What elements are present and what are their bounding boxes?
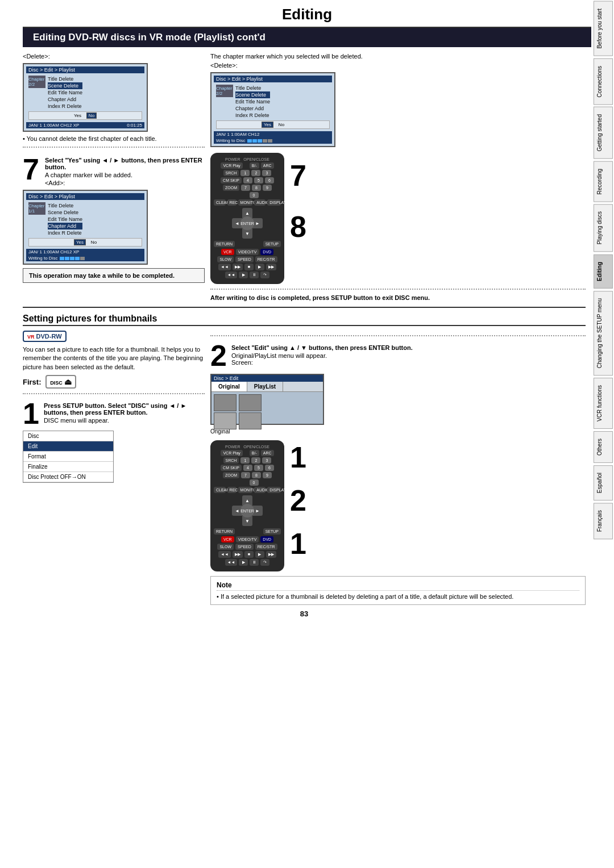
remote2-play-btn: ▶ <box>255 551 264 558</box>
dotted-sep-3 <box>23 393 205 394</box>
screen2-menu-0: Title Delete <box>48 202 82 209</box>
note-text: • If a selected picture for a thumbnail … <box>217 593 579 600</box>
remote2-srch-btn: SRCH <box>223 457 239 464</box>
screen-mockup-2: Disc > Edit > Playlist Chapter 1/1 Title… <box>23 190 148 265</box>
remote-rec-stop-btn: REC/STR <box>255 256 277 262</box>
section-header: Editing DVD-RW discs in VR mode (Playlis… <box>23 28 591 47</box>
dotted-sep-1 <box>23 147 205 148</box>
remote2-fwd3-btn: ↷ <box>260 559 269 566</box>
remote-4-btn: 4 <box>243 177 252 183</box>
tip-box-1: This operation may take a while to be co… <box>23 268 205 283</box>
remote-dpad: ▲ ▼ ◄ ► ENTER <box>232 208 263 239</box>
remote-speed-btn: SPEED <box>235 256 254 262</box>
sidebar-tab-getting-started[interactable]: Getting started <box>594 107 613 159</box>
remote2-audio-btn: AUDIO <box>254 487 265 493</box>
dvdrw-logo: VR DVD-RW <box>23 331 67 342</box>
remote-play2-btn: ▶ <box>239 272 248 278</box>
step8-number: 8 <box>290 210 306 244</box>
remote2-3-btn: 3 <box>262 457 271 464</box>
remote-monitor-btn: MONITOR <box>238 199 253 206</box>
remote-clear-btn: CLEAR <box>214 199 226 206</box>
sidebar-tab-others[interactable]: Others <box>594 431 613 463</box>
screen1-menu-item-0: Title Delete <box>48 76 82 82</box>
remote2-recstr-btn: REC/STR <box>255 544 277 550</box>
step2-sub: Original/PlayList menu will appear. Scre… <box>231 352 413 366</box>
disc-menu: Disc Edit Format Finalize Disc Protect O… <box>23 431 114 483</box>
remote-display-btn: DISPLAY <box>267 199 281 206</box>
remote2-clear-btn: CLEAR <box>214 487 226 493</box>
remote-rew2-btn: ◄◄ <box>225 272 238 278</box>
screen2-chapter: Chapter 1/1 <box>28 203 45 214</box>
screen3-header: Disc > Edit > Playlist <box>214 76 332 82</box>
sidebar-tab-espanol[interactable]: Español <box>594 465 613 500</box>
remote2-rew2-btn: ◄◄ <box>225 559 238 566</box>
add-label: <Add>: <box>45 180 205 186</box>
screen1-menu-item-1: Scene Delete <box>48 82 82 89</box>
screen3-menu-1: Scene Delete <box>235 91 270 98</box>
remote2-dpad: ▲ ▼ ◄ ► ENTER <box>232 495 263 526</box>
remote-fwd-btn: ▶▶ <box>233 264 243 270</box>
remote2-9-btn: 9 <box>263 472 272 478</box>
screen-mockup-1: Disc > Edit > Playlist Chapter 2/2 Title… <box>23 63 148 132</box>
remote2-dpad-enter: ENTER <box>240 504 254 518</box>
remote2-arc-btn: ARC <box>261 450 274 456</box>
remote-pause-btn: ⏸ <box>250 272 259 278</box>
screen2-menu-1: Scene Delete <box>48 209 82 216</box>
remote-5-btn: 5 <box>254 177 263 183</box>
delete-label-top: <Delete>: <box>23 53 205 60</box>
remote-8-btn: 8 <box>252 185 261 191</box>
remote-rec-btn: REC <box>227 199 237 206</box>
dpad-enter: ENTER <box>240 216 254 230</box>
screen1-menu-item-4: Index R Delete <box>48 103 82 110</box>
disc-menu-item-finalize: Finalize <box>23 462 113 472</box>
sidebar-tab-vcr-functions[interactable]: VCR functions <box>594 378 613 429</box>
screen1-header: Disc > Edit > Playlist <box>26 66 144 73</box>
orig-playlist-screen: Disc > Edit Original PlayList <box>210 374 324 425</box>
remote-1-btn: 1 <box>240 170 250 176</box>
remote-audio-btn: AUDIO <box>254 199 265 206</box>
remote2-5-btn: 5 <box>254 465 263 471</box>
remote-cm-skip-btn: CM SKIP <box>221 177 242 183</box>
op-thumb-2 <box>214 412 237 429</box>
op-tab-original: Original <box>211 382 247 391</box>
step1-title: Press SETUP button. Select "DISC" using … <box>44 402 205 416</box>
page-number: 83 <box>23 610 586 618</box>
remote2-vcr-mode-btn: VCR <box>221 536 234 542</box>
op-header: Disc > Edit <box>211 375 323 382</box>
screen1-dialog-no: No <box>86 112 97 119</box>
dotted-sep-4 <box>210 335 586 336</box>
remote2-2-btn: 2 <box>251 457 260 464</box>
screen1-menu-item-3: Chapter Add <box>48 96 82 103</box>
disc-menu-item-format: Format <box>23 452 113 462</box>
remote2-vcr-btn: VCR Play <box>221 450 242 456</box>
screen3-menu-2: Edit Title Name <box>235 98 270 105</box>
sidebar-tab-connections[interactable]: Connections <box>594 59 613 105</box>
remote-search-btn: SRCH <box>223 170 239 176</box>
step2-title: Select "Edit" using ▲ / ▼ buttons, then … <box>231 344 413 351</box>
remote2-return-btn: RETURN <box>214 528 235 535</box>
step1-number: 1 <box>23 399 39 428</box>
note-title: Note <box>217 581 579 591</box>
remote-vcr-mode-btn: VCR <box>221 249 234 255</box>
screen3-menu-0: Title Delete <box>235 85 270 91</box>
sidebar-tab-setup-menu[interactable]: Changing the SETUP menu <box>594 291 613 375</box>
intro-text: You can set a picture to each title for … <box>23 345 205 372</box>
remote2-videotv-btn: VIDEO/TV <box>236 536 259 542</box>
step2-number: 2 <box>210 341 227 370</box>
dotted-sep-2 <box>210 289 586 290</box>
remote2-stop-btn: ■ <box>244 551 254 558</box>
sidebar-tab-francais[interactable]: Français <box>594 503 613 539</box>
sidebar-tab-editing[interactable]: Editing <box>594 254 613 289</box>
screen3-chapter: Chapter 2/2 <box>216 86 233 96</box>
screen2-writing: Writing to Disc <box>28 256 57 261</box>
op-thumb-4 <box>239 412 262 429</box>
remote2-slow-btn: SLOW <box>217 544 234 550</box>
step7-instruction2: A chapter marker will be added. <box>45 172 205 178</box>
sidebar-tab-recording[interactable]: Recording <box>594 161 613 202</box>
sidebar-tab-playing-discs[interactable]: Playing discs <box>594 204 613 252</box>
sidebar-tab-before-you-start[interactable]: Before you start <box>594 1 613 56</box>
step7-number: 7 <box>23 155 39 184</box>
remote2-dvd-mode-btn: DVD <box>260 536 273 542</box>
first-label: First: DISC ⏏ <box>23 375 205 389</box>
screen1-menu-item-2: Edit Title Name <box>48 89 82 96</box>
